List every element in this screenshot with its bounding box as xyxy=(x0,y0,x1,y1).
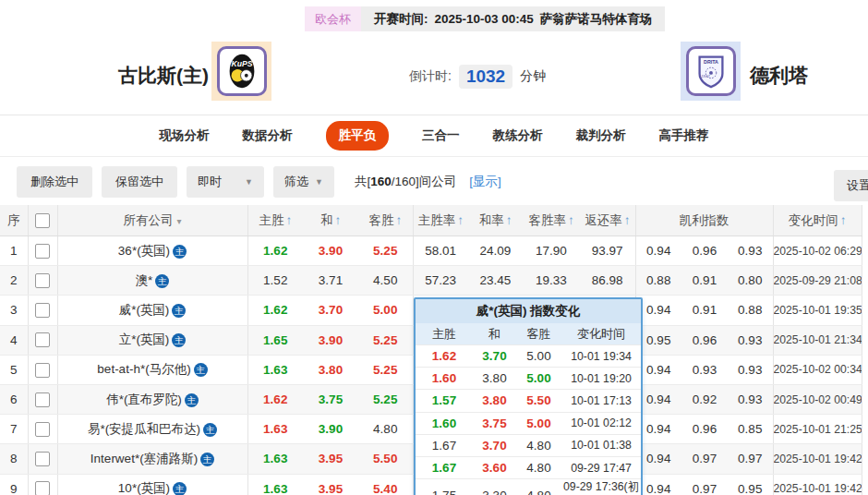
kelly-3: 0.88 xyxy=(728,296,773,325)
popup-odds-draw: 3.30 xyxy=(473,489,516,495)
company-name[interactable]: 立*(英国) xyxy=(119,332,170,346)
header-index: 序 xyxy=(0,205,28,236)
popup-row: 1.673.604.8009-29 17:47 xyxy=(416,456,641,478)
row-checkbox[interactable] xyxy=(35,481,50,495)
countdown-label: 倒计时: xyxy=(409,68,452,85)
company-cell[interactable]: 立*(英国)主 xyxy=(57,325,247,355)
odds-away[interactable]: 5.25 xyxy=(358,236,413,266)
company-cell[interactable]: 威*(英国)主 xyxy=(57,296,247,325)
instant-odds-dropdown-label: 即时 xyxy=(198,174,222,190)
popup-row: 1.753.304.8009-29 17:36(初指) xyxy=(416,478,641,495)
tab-referee-analysis[interactable]: 裁判分析 xyxy=(576,127,626,144)
odds-away[interactable]: 5.50 xyxy=(358,444,413,474)
row-checkbox[interactable] xyxy=(35,392,50,407)
instant-odds-dropdown[interactable]: 即时 ▼ xyxy=(187,166,264,198)
tab-win-draw-lose[interactable]: 胜平负 xyxy=(326,121,390,151)
company-cell[interactable]: bet-at-h*(马尔他)主 xyxy=(57,355,247,384)
odds-draw[interactable]: 3.70 xyxy=(303,296,358,325)
header-company[interactable]: 所有公司▾ xyxy=(57,205,247,236)
tab-data-analysis[interactable]: 数据分析 xyxy=(243,127,293,144)
header-draw-odds[interactable]: 和↑ xyxy=(303,205,358,236)
company-cell[interactable]: Interwet*(塞浦路斯)主 xyxy=(57,444,247,474)
kelly-2: 0.92 xyxy=(681,384,728,414)
delete-selected-button[interactable]: 删除选中 xyxy=(17,166,92,198)
row-checkbox[interactable] xyxy=(35,422,50,437)
popup-odds-home: 1.67 xyxy=(416,439,473,453)
row-checkbox[interactable] xyxy=(35,363,50,378)
odds-away[interactable]: 5.40 xyxy=(358,474,413,495)
odds-home[interactable]: 1.62 xyxy=(247,236,303,266)
row-checkbox[interactable] xyxy=(35,332,50,347)
company-name[interactable]: 伟*(直布罗陀) xyxy=(106,392,182,406)
header-draw-rate[interactable]: 和率↑ xyxy=(468,205,523,236)
popup-change-time: 09-29 17:47 xyxy=(561,462,641,475)
odds-draw[interactable]: 3.90 xyxy=(303,236,358,266)
header-home-rate[interactable]: 主胜率↑ xyxy=(413,205,468,236)
odds-home[interactable]: 1.63 xyxy=(247,355,303,384)
league-badge: 欧会杯 xyxy=(305,6,361,31)
header-home-odds[interactable]: 主胜↑ xyxy=(247,205,303,236)
odds-away[interactable]: 5.25 xyxy=(358,384,413,414)
company-name[interactable]: 澳* xyxy=(136,273,153,287)
select-all-checkbox[interactable] xyxy=(35,213,50,228)
company-name[interactable]: 36*(英国) xyxy=(118,244,170,258)
header-change-time[interactable]: 变化时间↑ xyxy=(773,205,862,236)
show-link[interactable]: [显示] xyxy=(469,174,501,190)
countdown-value: 1032 xyxy=(459,65,512,89)
settings-button[interactable]: 设置/选择 xyxy=(834,170,868,201)
filter-dropdown[interactable]: 筛选 ▼ xyxy=(273,166,334,198)
kelly-2: 0.97 xyxy=(681,474,728,495)
tab-three-in-one[interactable]: 三合一 xyxy=(422,127,460,144)
company-cell[interactable]: 10*(英国)主 xyxy=(57,474,247,495)
odds-home[interactable]: 1.63 xyxy=(247,415,303,444)
keep-selected-button[interactable]: 保留选中 xyxy=(102,166,177,198)
row-index: 4 xyxy=(0,325,28,355)
company-name[interactable]: bet-at-h*(马尔他) xyxy=(97,362,190,376)
header-return-rate[interactable]: 返还率↑ xyxy=(580,205,635,236)
odds-home[interactable]: 1.52 xyxy=(247,266,303,296)
odds-home[interactable]: 1.63 xyxy=(247,474,303,495)
odds-home[interactable]: 1.65 xyxy=(247,325,303,355)
row-checkbox[interactable] xyxy=(35,244,50,259)
tab-expert-picks[interactable]: 高手推荐 xyxy=(659,127,709,144)
company-count: 共[160/160]间公司 xyxy=(355,174,456,190)
company-name[interactable]: Interwet*(塞浦路斯) xyxy=(90,452,198,465)
company-name[interactable]: 易*(安提瓜和巴布达) xyxy=(88,422,200,436)
table-header-row: 序 所有公司▾ 主胜↑ 和↑ 客胜↑ 主胜率↑ 和率↑ 客胜率↑ 返还率↑ 凯利… xyxy=(0,205,862,236)
row-checkbox[interactable] xyxy=(35,273,50,288)
kelly-2: 0.91 xyxy=(681,296,728,325)
company-cell[interactable]: 澳*主 xyxy=(57,266,247,296)
kickoff-label: 开赛时间: xyxy=(374,11,428,28)
company-name[interactable]: 10*(英国) xyxy=(118,481,170,495)
odds-draw[interactable]: 3.71 xyxy=(303,266,358,296)
odds-draw[interactable]: 3.90 xyxy=(303,325,358,355)
header-away-odds[interactable]: 客胜↑ xyxy=(358,205,413,236)
odds-away[interactable]: 4.80 xyxy=(358,415,413,444)
odds-away[interactable]: 5.25 xyxy=(358,355,413,384)
odds-draw[interactable]: 3.95 xyxy=(303,474,358,495)
company-name[interactable]: 威*(英国) xyxy=(119,303,170,317)
odds-draw[interactable]: 3.80 xyxy=(303,355,358,384)
odds-home[interactable]: 1.62 xyxy=(247,384,303,414)
header-away-rate[interactable]: 客胜率↑ xyxy=(523,205,580,236)
row-checkbox[interactable] xyxy=(35,303,50,318)
odds-home[interactable]: 1.63 xyxy=(247,444,303,474)
away-rate: 17.90 xyxy=(523,236,580,266)
company-cell[interactable]: 36*(英国)主 xyxy=(57,236,247,266)
odds-away[interactable]: 5.00 xyxy=(358,296,413,325)
toolbar: 删除选中 保留选中 即时 ▼ 筛选 ▼ 共[160/160]间公司 [显示] xyxy=(0,158,868,205)
odds-draw[interactable]: 3.75 xyxy=(303,384,358,414)
odds-away[interactable]: 4.50 xyxy=(358,266,413,296)
company-cell[interactable]: 伟*(直布罗陀)主 xyxy=(57,384,247,414)
tab-live-analysis[interactable]: 现场分析 xyxy=(160,127,210,144)
tab-coach-analysis[interactable]: 教练分析 xyxy=(493,127,543,144)
odds-home[interactable]: 1.62 xyxy=(247,296,303,325)
odds-away[interactable]: 5.25 xyxy=(358,325,413,355)
company-cell[interactable]: 易*(安提瓜和巴布达)主 xyxy=(57,415,247,444)
sort-asc-icon: ↑ xyxy=(840,213,847,227)
odds-draw[interactable]: 3.95 xyxy=(303,444,358,474)
popup-odds-away: 4.80 xyxy=(516,489,561,495)
popup-change-time: 10-01 19:20 xyxy=(561,372,641,385)
odds-draw[interactable]: 3.90 xyxy=(303,415,358,444)
row-checkbox[interactable] xyxy=(35,452,50,466)
